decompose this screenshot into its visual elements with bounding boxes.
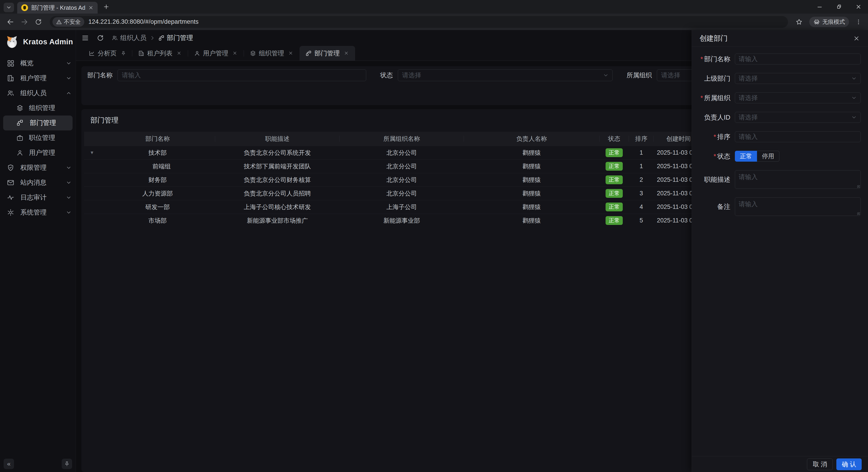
status-badge: 正常	[606, 216, 623, 225]
sidebar-item-org-people[interactable]: 组织人员	[0, 86, 76, 101]
drawer-close-icon[interactable]	[853, 35, 860, 42]
sidebar-item-log-audit[interactable]: 日志审计	[0, 190, 76, 205]
row-expand-caret[interactable]: ▼	[90, 150, 94, 155]
url-bar[interactable]: 不安全 124.221.26.30:8080/#/opm/departments	[50, 16, 788, 28]
sidebar-item-tenant-mgmt[interactable]: 租户管理	[0, 71, 76, 86]
sidebar-item-system-mgmt[interactable]: 系统管理	[0, 205, 76, 220]
filter-status: 状态 请选择	[380, 69, 613, 81]
reload-button[interactable]	[33, 16, 44, 28]
dept-name-input[interactable]	[118, 69, 366, 81]
bookmark-button[interactable]	[794, 16, 805, 28]
dept-name-field[interactable]	[735, 54, 861, 64]
confirm-button[interactable]: 确 认	[836, 459, 862, 470]
tab-user-mgmt[interactable]: 用户管理	[188, 46, 244, 61]
field-function-desc: 职能描述	[696, 170, 861, 189]
sidebar-item-dept-mgmt[interactable]: 部门管理	[3, 116, 72, 130]
tab-close-icon[interactable]	[288, 51, 293, 56]
tab-close-icon[interactable]	[232, 51, 238, 56]
breadcrumb-dept-mgmt[interactable]: 部门管理	[158, 33, 193, 42]
tab-analysis[interactable]: 分析页	[83, 46, 132, 61]
org-select-field[interactable]: 请选择	[735, 92, 861, 103]
back-button[interactable]	[4, 16, 16, 28]
cell-sort: 5	[629, 214, 654, 227]
field-parent-dept: 上级部门 请选择	[696, 73, 861, 84]
chevron-down-icon	[851, 75, 857, 82]
cancel-button[interactable]: 取 消	[807, 459, 833, 470]
sort-field[interactable]	[735, 131, 861, 142]
function-desc-textarea[interactable]	[735, 170, 861, 189]
chevron-down-icon	[66, 180, 72, 186]
browser-menu-button[interactable]	[854, 17, 864, 27]
browser-tab[interactable]: 部门管理 - Kratos Admin	[17, 2, 98, 13]
breadcrumb-org-people[interactable]: 组织人员	[112, 33, 147, 42]
status-badge: 正常	[606, 176, 623, 184]
breadcrumb-label: 部门管理	[167, 33, 193, 42]
cell-sort: 1	[629, 160, 654, 173]
close-button[interactable]	[852, 1, 865, 12]
sidebar-pin-button[interactable]	[62, 459, 72, 469]
building-icon	[7, 74, 14, 82]
status-select[interactable]: 请选择	[398, 69, 613, 81]
tab-org-mgmt[interactable]: 组织管理	[244, 46, 300, 61]
tab-tenant-list[interactable]: 租户列表	[132, 46, 188, 61]
tab-dept-mgmt[interactable]: 部门管理	[300, 46, 355, 61]
sidebar-item-permission-mgmt[interactable]: 权限管理	[0, 160, 76, 175]
browser-toolbar: 不安全 124.221.26.30:8080/#/opm/departments…	[0, 13, 868, 30]
pin-icon[interactable]	[121, 51, 126, 56]
sidebar-item-position-mgmt[interactable]: 职位管理	[0, 130, 76, 145]
chevron-down-icon	[66, 195, 72, 200]
plus-icon	[103, 3, 110, 10]
dept-name-input-field[interactable]	[122, 72, 362, 79]
tab-label: 部门管理	[314, 49, 340, 58]
tab-close-icon[interactable]	[177, 51, 182, 56]
cell-sort: 1	[629, 146, 654, 159]
sidebar-collapse-button[interactable]: «	[4, 459, 14, 469]
chevron-down-icon	[6, 4, 12, 10]
cell-dept-name: 财务部	[100, 173, 215, 187]
sidebar-item-user-mgmt[interactable]: 用户管理	[0, 145, 76, 160]
tab-label: 组织管理	[259, 49, 284, 58]
tab-close-icon[interactable]	[344, 51, 349, 56]
breadcrumb-label: 组织人员	[120, 33, 147, 42]
reload-icon	[35, 18, 42, 26]
sidebar-item-label: 租户管理	[20, 74, 46, 83]
remark-textarea[interactable]	[735, 197, 861, 216]
filter-dept-name: 部门名称	[87, 69, 366, 81]
expand-column-header	[84, 132, 100, 146]
tab-close-icon[interactable]	[88, 5, 94, 10]
column-header: 所属组织名称	[340, 132, 464, 146]
page-refresh-button[interactable]	[97, 34, 104, 41]
security-chip[interactable]: 不安全	[53, 17, 84, 27]
cell-owner: 鹳狸猿	[464, 160, 599, 173]
sidebar-item-messages[interactable]: 站内消息	[0, 175, 76, 190]
select-placeholder: 请选择	[739, 113, 758, 122]
forward-button[interactable]	[19, 16, 30, 28]
field-sort: 排序	[696, 131, 861, 142]
url-text: 124.221.26.30:8080/#/opm/departments	[88, 18, 199, 25]
status-option-disabled[interactable]: 停用	[757, 151, 779, 162]
sidebar-item-label: 系统管理	[20, 208, 46, 217]
tab-search-button[interactable]	[4, 3, 14, 12]
owner-id-select[interactable]: 请选择	[735, 112, 861, 123]
status-badge: 正常	[606, 202, 623, 211]
new-tab-button[interactable]	[101, 2, 111, 12]
parent-dept-select[interactable]: 请选择	[735, 73, 861, 84]
brand[interactable]: Kratos Admin	[0, 30, 76, 54]
chevron-down-icon	[603, 72, 609, 78]
drawer-header: 创建部门	[692, 30, 868, 47]
dept-name-field-input[interactable]	[739, 55, 857, 63]
sitemap-icon	[158, 35, 164, 41]
sort-field-input[interactable]	[739, 133, 857, 140]
sidebar-item-label: 部门管理	[30, 119, 56, 127]
minimize-button[interactable]	[813, 1, 826, 12]
status-option-normal[interactable]: 正常	[735, 151, 757, 162]
cell-org: 北京分公司	[340, 160, 464, 173]
restore-button[interactable]	[833, 1, 845, 12]
field-label: 上级部门	[696, 73, 730, 84]
sidebar-toggle-button[interactable]	[81, 34, 89, 42]
person-icon	[194, 50, 200, 57]
hamburger-icon	[81, 34, 89, 42]
sidebar-item-overview[interactable]: 概览	[0, 56, 76, 71]
cell-desc: 负责北京分公司系统开发	[215, 146, 340, 159]
sidebar-item-org-mgmt[interactable]: 组织管理	[0, 101, 76, 116]
